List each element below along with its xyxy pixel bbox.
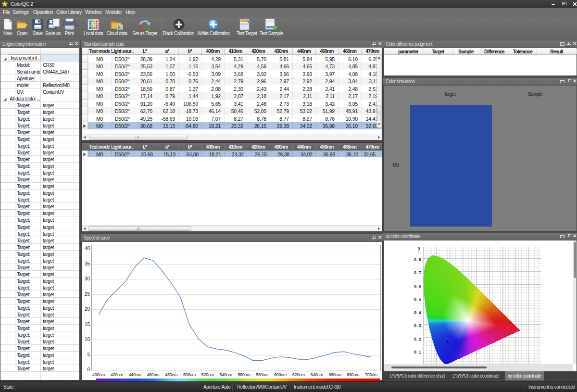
svg-text:B: B [146, 24, 151, 31]
svg-text:A: A [139, 24, 144, 31]
